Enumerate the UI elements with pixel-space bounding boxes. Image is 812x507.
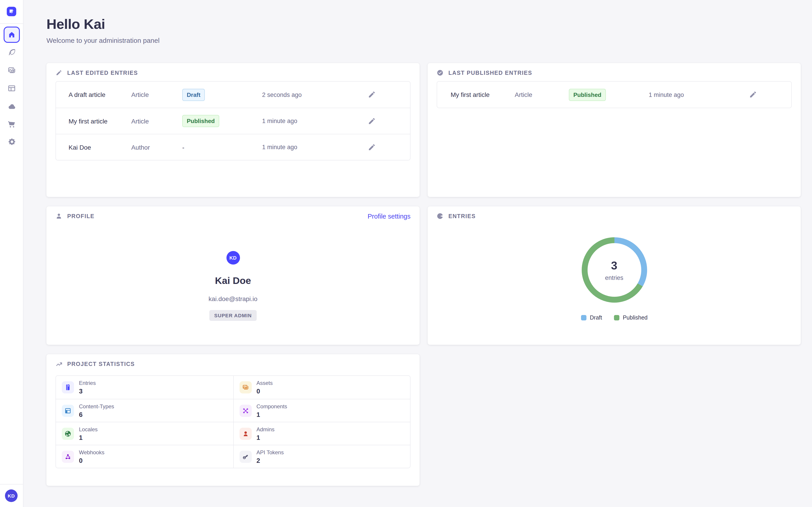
entry-time: 1 minute ago [262,118,367,124]
strapi-admin-dashboard: KD Hello Kai Welcome to your administrat… [0,0,812,507]
last-edited-entries-card: LAST EDITED ENTRIES A draft article Arti… [46,63,419,197]
stats-table: Entries3 Assets0 Content-Types6 [55,376,410,468]
table-row: Kai Doe Author - 1 minute ago [56,134,410,160]
marketplace-cart-icon [7,120,16,128]
profile-email: kai.doe@strapi.io [209,295,258,302]
sidebar-item-deploy[interactable] [0,102,23,110]
draft-swatch [581,315,586,321]
user-avatar[interactable]: KD [5,490,17,502]
entry-name: My first article [437,91,515,98]
entry-time: 2 seconds ago [262,91,367,98]
sidebar-item-content-manager[interactable] [0,48,23,56]
status-badge: Draft [182,89,205,101]
stat-content-types: Content-Types6 [56,399,233,422]
sidebar-item-content-type-builder[interactable] [0,84,23,93]
edit-entry-button[interactable] [367,143,376,152]
entry-status: - [182,143,262,151]
card-header: ENTRIES [437,213,792,220]
page-subtitle: Welcome to your administration panel [46,37,159,44]
card-title: PROFILE [67,213,95,220]
stat-components: Components1 [233,399,410,422]
stat-label: Content-Types [79,403,114,409]
status-badge: Published [569,89,606,101]
profile-avatar: KD [226,251,240,265]
stat-locales: Locales1 [56,422,233,445]
edit-entry-button[interactable] [367,90,376,99]
sidebar-item-settings[interactable] [0,137,23,146]
admins-icon [239,428,252,440]
table-row: My first article Article Published 1 min… [437,81,791,108]
published-swatch [614,315,619,321]
project-statistics-card: PROJECT STATISTICS Entries3 Assets0 [46,354,419,486]
last-published-table: My first article Article Published 1 min… [437,81,792,108]
stat-api-tokens: API Tokens2 [233,445,410,468]
entry-type: Article [131,91,182,98]
legend-label: Draft [590,315,602,321]
stat-label: Components [256,403,287,409]
entry-name: A draft article [56,91,131,98]
deploy-cloud-icon [7,102,16,111]
entry-type: Author [131,144,182,151]
stat-assets: Assets0 [233,376,410,399]
page-header: Hello Kai Welcome to your administration… [46,16,159,44]
pie-chart-icon [437,213,444,220]
card-title: LAST PUBLISHED ENTRIES [448,70,532,76]
content-types-icon [62,404,74,417]
page-title: Hello Kai [46,16,159,33]
card-title: PROJECT STATISTICS [67,361,135,367]
stat-entries: Entries3 [56,376,233,399]
card-header: LAST PUBLISHED ENTRIES [437,69,792,76]
entry-time: 1 minute ago [649,91,748,98]
media-library-icon [8,66,16,74]
sidebar-item-media-library[interactable] [0,66,23,74]
status-badge: Published [182,115,219,127]
table-row: My first article Article Published 1 min… [56,108,410,134]
card-header: PROFILE Profile settings [55,213,410,220]
profile-name: Kai Doe [215,275,251,287]
stat-label: Webhooks [79,449,104,455]
legend-item-draft: Draft [581,315,602,321]
stat-value: 2 [256,457,284,464]
entry-name: My first article [56,117,131,125]
card-header: PROJECT STATISTICS [55,360,410,368]
entry-status: Published [569,89,649,101]
assets-icon [239,381,252,393]
sidebar-item-marketplace[interactable] [0,120,23,128]
edit-entry-button[interactable] [367,116,376,125]
stat-value: 3 [79,388,96,395]
stat-value: 0 [79,457,104,464]
pencil-icon [55,69,63,76]
sidebar-divider-top [0,23,23,24]
strapi-logo-icon [9,9,14,14]
last-edited-table: A draft article Article Draft 2 seconds … [55,81,410,160]
stat-label: API Tokens [256,449,284,455]
content-feather-icon [8,48,16,56]
sidebar-divider-bottom [0,484,23,485]
stat-admins: Admins1 [233,422,410,445]
entries-chart-card: ENTRIES 3 entries Draft Publishe [428,207,801,345]
entry-type: Article [515,91,569,98]
chart-legend: Draft Published [428,315,801,321]
entry-name: Kai Doe [56,144,131,151]
edit-entry-button[interactable] [748,90,757,99]
profile-settings-link[interactable]: Profile settings [368,213,410,220]
entry-time: 1 minute ago [262,144,367,151]
check-circle-icon [437,69,444,76]
stat-value: 1 [256,434,274,441]
table-row: A draft article Article Draft 2 seconds … [56,81,410,108]
strapi-logo[interactable] [7,7,16,16]
last-published-entries-card: LAST PUBLISHED ENTRIES My first article … [428,63,801,197]
webhooks-icon [62,450,74,463]
locales-icon [62,428,74,440]
legend-item-published: Published [614,315,648,321]
entry-type: Article [131,117,182,125]
entries-donut-chart [428,237,801,303]
sidebar-item-home[interactable] [4,26,20,43]
entries-icon [62,381,74,393]
stat-label: Entries [79,380,96,386]
settings-gear-icon [7,137,16,146]
profile-body: KD Kai Doe kai.doe@strapi.io SUPER ADMIN [46,251,419,321]
stat-label: Admins [256,426,274,433]
content-type-builder-icon [8,84,16,93]
stat-value: 1 [256,411,287,418]
